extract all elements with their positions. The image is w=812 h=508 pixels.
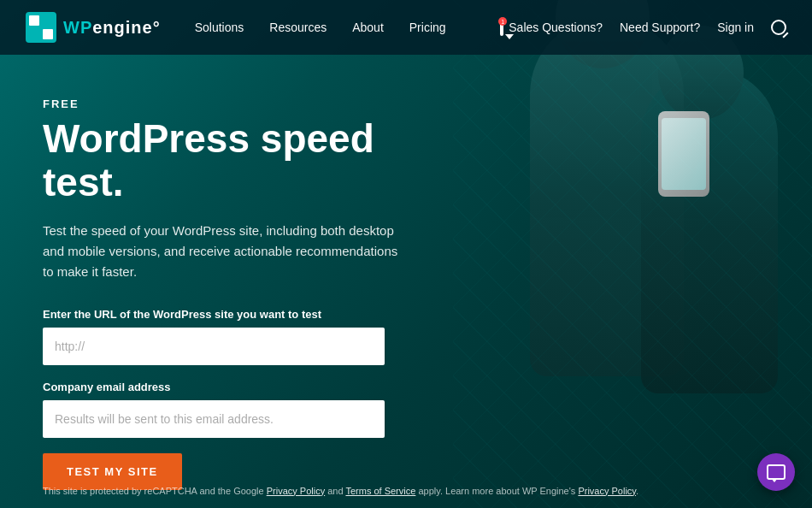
free-label: FREE bbox=[43, 97, 436, 110]
nav-resources[interactable]: Resources bbox=[269, 21, 327, 34]
nav-sales-questions[interactable]: 1 Sales Questions? bbox=[500, 21, 603, 34]
support-label: Need Support? bbox=[620, 21, 700, 34]
logo-text: WPengine° bbox=[63, 18, 161, 38]
footer-privacy-policy-2-link[interactable]: Privacy Policy bbox=[578, 486, 636, 496]
nav-about[interactable]: About bbox=[352, 21, 384, 34]
logo-icon bbox=[26, 12, 56, 43]
search-icon bbox=[771, 20, 786, 35]
hero-title-text: WordPress speed test. bbox=[43, 116, 374, 204]
footer-privacy-policy-1-link[interactable]: Privacy Policy bbox=[267, 486, 325, 496]
hero-description: Test the speed of your WordPress site, i… bbox=[43, 221, 402, 282]
chat-badge: 1 bbox=[500, 21, 503, 34]
diamond-pattern-bg bbox=[453, 0, 812, 508]
nav-pricing[interactable]: Pricing bbox=[409, 21, 446, 34]
signin-label: Sign in bbox=[717, 21, 754, 34]
nav-solutions[interactable]: Solutions bbox=[195, 21, 244, 34]
email-label: Company email address bbox=[43, 381, 385, 393]
logo-engine: engine bbox=[92, 18, 152, 37]
footer-text-after: apply. Learn more about WP Engine's bbox=[415, 486, 578, 496]
footer-terms-link[interactable]: Terms of Service bbox=[345, 486, 415, 496]
nav-search[interactable] bbox=[771, 20, 786, 35]
logo-wp: WP bbox=[63, 18, 92, 37]
url-input[interactable] bbox=[43, 328, 385, 365]
nav-signin[interactable]: Sign in bbox=[717, 21, 754, 34]
footer-text-between: and bbox=[325, 486, 345, 496]
badge-count: 1 bbox=[498, 17, 507, 26]
nav-support[interactable]: Need Support? bbox=[620, 21, 700, 34]
email-input[interactable] bbox=[43, 400, 385, 438]
chat-widget[interactable] bbox=[757, 453, 795, 491]
navbar: WPengine° Solutions Resources About Pric… bbox=[0, 0, 812, 55]
speed-test-form: Enter the URL of the WordPress site you … bbox=[43, 308, 385, 507]
nav-right: 1 Sales Questions? Need Support? Sign in bbox=[500, 20, 786, 35]
sales-questions-label: Sales Questions? bbox=[509, 21, 603, 34]
logo[interactable]: WPengine° bbox=[26, 12, 161, 43]
footer-text-end: . bbox=[636, 486, 638, 496]
main-content: FREE WordPress speed test. Test the spee… bbox=[0, 55, 479, 508]
nav-links: Solutions Resources About Pricing bbox=[195, 21, 501, 34]
phone-illustration bbox=[658, 111, 709, 197]
footer-text: This site is protected by reCAPTCHA and … bbox=[43, 484, 769, 499]
hero-title: WordPress speed test. bbox=[43, 117, 436, 204]
url-label: Enter the URL of the WordPress site you … bbox=[43, 308, 385, 321]
chat-widget-icon bbox=[767, 464, 786, 480]
footer-text-before-privacy1: This site is protected by reCAPTCHA and … bbox=[43, 486, 267, 496]
